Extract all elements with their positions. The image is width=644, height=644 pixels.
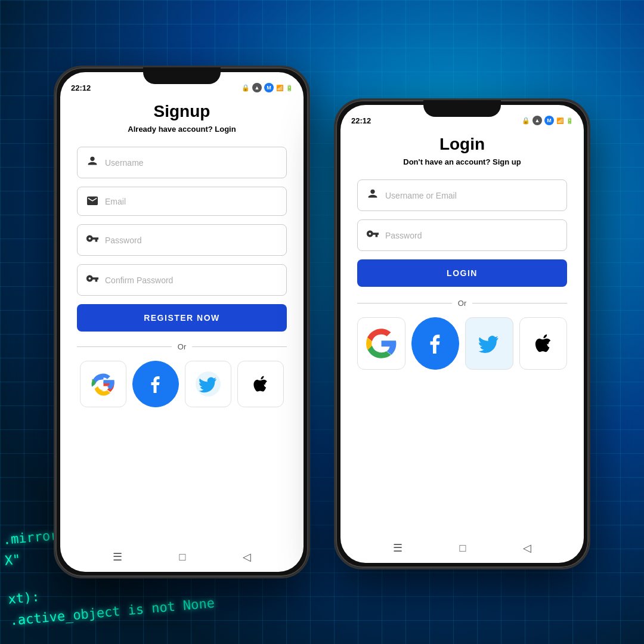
- notch-right: [423, 100, 501, 117]
- login-password-input-group[interactable]: Password: [357, 219, 567, 251]
- login-title: Login: [357, 135, 567, 154]
- google-button-left[interactable]: [80, 361, 126, 407]
- home-icon-right[interactable]: □: [460, 542, 466, 555]
- email-icon: [86, 194, 99, 208]
- login-phone: 22:12 🔒 ▲ M 📶 🔋 Login Don't have an acco…: [334, 98, 590, 569]
- or-line-right: [192, 346, 287, 347]
- login-screen: 22:12 🔒 ▲ M 📶 🔋 Login Don't have an acco…: [340, 105, 584, 563]
- lock-icon: 🔒: [242, 84, 250, 92]
- or-text-left: Or: [178, 342, 186, 351]
- twitter-button-right[interactable]: [465, 317, 513, 370]
- facebook-button-right[interactable]: [411, 317, 460, 370]
- apple-button-left[interactable]: [237, 361, 284, 407]
- signup-content: Signup Already have account? Login Usern…: [60, 72, 304, 572]
- signup-screen: 22:12 🔒 ▲ M 📶 🔋 Signup Already have acco…: [60, 72, 304, 572]
- key-icon-confirm: [86, 272, 99, 288]
- signup-title: Signup: [77, 102, 287, 121]
- status-icons-right: 🔒 ▲ M 📶 🔋: [522, 116, 573, 125]
- password-placeholder: Password: [105, 236, 141, 245]
- back-icon-right[interactable]: ◁: [523, 541, 531, 555]
- back-icon-left[interactable]: ◁: [243, 550, 251, 564]
- username-input-group[interactable]: Username: [77, 147, 287, 178]
- menu-icon-right[interactable]: ☰: [393, 541, 402, 555]
- lock-icon-right: 🔒: [522, 117, 530, 125]
- nav-bar-left: ☰ □ ◁: [60, 550, 304, 564]
- time-left: 22:12: [71, 83, 91, 92]
- google-button-right[interactable]: [357, 317, 405, 370]
- facebook-button-left[interactable]: [132, 361, 179, 407]
- key-icon-left: [86, 232, 99, 248]
- signup-phone: 22:12 🔒 ▲ M 📶 🔋 Signup Already have acco…: [54, 66, 310, 578]
- signal-bars: 📶: [276, 85, 283, 91]
- login-password-placeholder: Password: [385, 231, 422, 240]
- email-input-group[interactable]: Email: [77, 187, 287, 216]
- notch-left: [143, 67, 221, 84]
- user-icon-right: [366, 187, 379, 203]
- time-right: 22:12: [351, 116, 371, 125]
- home-icon-left[interactable]: □: [179, 551, 186, 564]
- or-divider-left: Or: [77, 342, 287, 351]
- register-button[interactable]: REGISTER NOW: [77, 304, 287, 332]
- circle-icon-right: ▲: [532, 116, 542, 125]
- user-icon-left: [86, 154, 99, 171]
- confirm-password-input-group[interactable]: Confirm Password: [77, 264, 287, 296]
- login-content: Login Don't have an account? Sign up Use…: [340, 105, 584, 563]
- nav-bar-right: ☰ □ ◁: [340, 541, 584, 555]
- key-icon-right: [366, 227, 379, 243]
- or-text-right: Or: [458, 299, 466, 308]
- login-button[interactable]: LOGIN: [357, 259, 567, 287]
- login-link[interactable]: Sign up: [493, 157, 521, 166]
- username-email-input-group[interactable]: Username or Email: [357, 179, 567, 211]
- messenger-icon-right: M: [544, 116, 554, 125]
- or-divider-right: Or: [357, 299, 567, 308]
- login-subtitle-text: Don't have an account?: [403, 157, 490, 166]
- username-email-placeholder: Username or Email: [385, 191, 457, 200]
- social-row-left: [77, 361, 287, 407]
- signup-subtitle: Already have account? Login: [77, 125, 287, 134]
- signup-link[interactable]: Login: [215, 125, 236, 134]
- menu-icon-left[interactable]: ☰: [113, 550, 122, 564]
- battery-right: 🔋: [566, 117, 573, 124]
- battery-left: 🔋: [286, 85, 293, 91]
- username-placeholder: Username: [105, 158, 144, 168]
- status-icons-left: 🔒 ▲ M 📶 🔋: [242, 83, 293, 92]
- email-placeholder: Email: [105, 197, 126, 206]
- confirm-password-placeholder: Confirm Password: [105, 275, 173, 285]
- login-subtitle: Don't have an account? Sign up: [357, 157, 567, 166]
- signal-bars-right: 📶: [556, 117, 564, 124]
- signup-subtitle-text: Already have account?: [128, 125, 212, 134]
- scene: 22:12 🔒 ▲ M 📶 🔋 Signup Already have acco…: [0, 0, 644, 644]
- social-row-right: [357, 317, 567, 370]
- or-line-left-r: [357, 303, 452, 304]
- apple-button-right[interactable]: [519, 317, 568, 370]
- messenger-icon: M: [264, 83, 274, 92]
- circle-icon: ▲: [252, 83, 262, 92]
- password-input-group[interactable]: Password: [77, 224, 287, 256]
- or-line-right-r: [472, 303, 567, 304]
- twitter-button-left[interactable]: [185, 361, 231, 407]
- or-line-left: [77, 346, 172, 347]
